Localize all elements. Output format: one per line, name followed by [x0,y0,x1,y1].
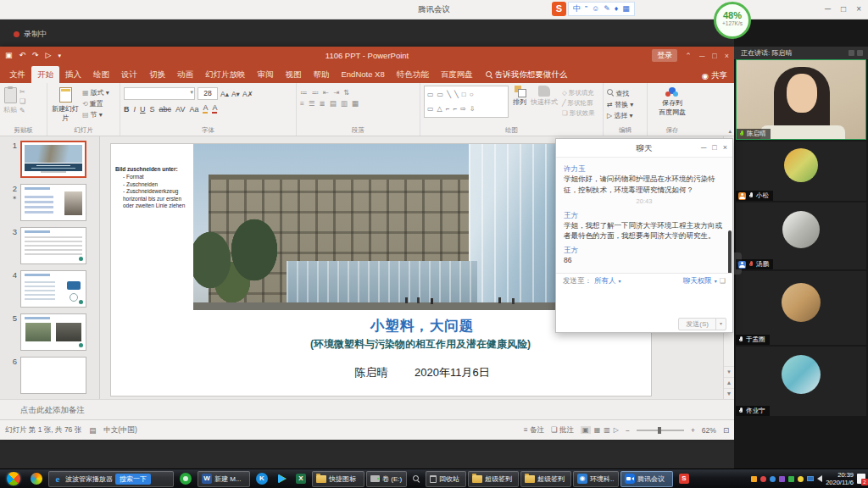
notes-toggle[interactable]: ≡ 备注 [524,425,544,435]
chat-titlebar[interactable]: 聊天 ─ □ × [556,139,732,158]
chinese-mode-icon[interactable]: 中 [573,3,581,15]
window-restore-icon[interactable]: □ [841,0,846,19]
voice-input-icon[interactable]: ♦ [615,3,619,15]
font-name-input[interactable] [124,87,195,100]
align-left-icon[interactable]: ≡ [300,99,304,108]
send-options-icon[interactable]: ▾ [715,319,726,330]
tab-insert[interactable]: 插入 [59,66,87,83]
system-tray[interactable]: 20:39 2020/11/6 2 [751,471,865,487]
chat-input[interactable] [556,288,732,315]
minimize-icon[interactable]: ─ [699,52,704,60]
handwriting-icon[interactable]: ✎ [604,3,610,15]
chat-minimize-icon[interactable]: ─ [701,139,706,157]
zoom-level[interactable]: 62% [702,426,716,435]
tab-review[interactable]: 审阅 [252,66,280,83]
taskbar-green-app[interactable] [175,471,196,487]
emoji-icon[interactable]: ☺ [592,3,599,15]
quick-styles-button[interactable]: 快速样式 [531,86,558,118]
align-center-icon[interactable]: ☰ [309,99,315,108]
tray-shield-icon[interactable] [788,476,794,482]
tray-volume-icon[interactable] [817,475,822,482]
toolbox-icon[interactable]: ▦ [622,3,630,15]
taskbar-tencent-meeting[interactable]: 腾讯会议 [620,471,673,487]
participant-tile-4[interactable]: 于孟圈 [736,271,866,345]
participant-tile-2[interactable]: 小松 [736,141,866,201]
sogou-logo-icon[interactable]: S [552,2,566,16]
zoom-slider[interactable] [637,430,684,431]
taskbar-sogou-browser[interactable] [26,471,47,487]
tray-app-icon[interactable] [751,476,757,482]
taskbar-player-window[interactable]: e 波波管家播放器 搜索一下 [48,471,174,487]
taskbar-magnifier[interactable] [409,471,424,487]
tab-special[interactable]: 特色功能 [391,66,435,83]
search-button[interactable]: 搜索一下 [115,474,151,485]
indent-increase-icon[interactable]: ⇥ [333,88,339,97]
shape-effects-button[interactable]: ❏ 形状效果 [562,109,595,118]
start-button[interactable] [3,471,25,487]
punctuation-icon[interactable]: ” [585,3,587,15]
normal-view-icon[interactable]: ▣ [581,426,591,434]
close-icon[interactable]: × [725,52,729,60]
slide-thumbnail-panel[interactable]: 1 2✶ [0,136,100,399]
notes-placeholder[interactable]: 点击此处添加备注 [0,399,734,419]
paste-button[interactable]: 粘贴 [3,86,17,127]
taskbar-kugou[interactable]: K [252,471,272,487]
taskbar-drive-e[interactable]: 卷 (E:) [366,471,407,487]
comments-toggle[interactable]: ❏ 批注 [551,425,574,435]
tab-endnote[interactable]: EndNote X8 [336,66,391,83]
tab-animations[interactable]: 动画 [171,66,199,83]
clear-format-icon[interactable]: A✗ [242,90,253,98]
tray-app-icon[interactable] [779,476,785,482]
thumbnail-slide-3[interactable] [20,227,86,264]
tab-draw[interactable]: 绘图 [87,66,115,83]
indent-decrease-icon[interactable]: ⇤ [323,88,329,97]
save-to-baidu-button[interactable]: 保存到 百度网盘 [651,87,693,117]
ribbon-options-icon[interactable]: ⌃ [685,52,692,60]
zoom-in-icon[interactable]: + [691,426,695,435]
new-slide-button[interactable]: 新建幻灯片 [51,86,80,127]
thumbnail-slide-1[interactable] [20,141,86,178]
proofing-icon[interactable]: ▤ [89,426,96,435]
taskbar-recycle-bin[interactable]: 回收站 [426,471,466,487]
send-to-select[interactable]: 所有人 [594,276,616,286]
layout-option-icon[interactable] [857,50,863,56]
reading-view-icon[interactable]: ▥ [604,426,610,434]
send-button[interactable]: 发送(S) ▾ [678,318,726,330]
share-button[interactable]: ◉ 共享 [702,70,727,81]
language-label[interactable]: 中文(中国) [103,425,137,435]
input-method-toolbar[interactable]: S 中 ” ☺ ✎ ♦ ▦ [552,2,635,16]
bold-button[interactable]: B [124,105,130,114]
find-button[interactable]: 查找 [607,89,643,98]
italic-button[interactable]: I [134,105,136,114]
thumbnail-slide-2[interactable] [20,184,86,221]
tell-me-box[interactable]: 告诉我你想要做什么 [486,66,568,83]
taskbar-folder-shortcuts[interactable]: 快捷图标 [312,471,364,487]
chat-maximize-icon[interactable]: □ [712,139,716,157]
popout-icon[interactable]: ❏ [720,277,726,285]
notification-icon[interactable]: 2 [857,474,865,484]
shadow-button[interactable]: S [150,105,155,114]
taskbar-clock[interactable]: 20:39 2020/11/6 [826,471,854,487]
format-painter-icon[interactable]: ✎ [19,107,25,114]
line-spacing-icon[interactable]: ⇅ [343,88,349,97]
numbering-icon[interactable]: ≕ [312,88,320,97]
shrink-font-icon[interactable]: A▾ [231,90,240,98]
shapes-gallery[interactable]: ▭▭╲╲□○ ▭△⌐⌐⇨⇩ [424,86,509,118]
fit-slide-icon[interactable]: ⊡ [723,426,729,435]
tab-design[interactable]: 设计 [115,66,143,83]
window-close-icon[interactable]: × [856,0,861,19]
shape-fill-button[interactable]: ◇ 形状填充 [562,89,595,97]
grow-font-icon[interactable]: A▴ [220,90,229,98]
replace-button[interactable]: ⇄ 替换 ▾ [607,100,643,109]
thumbnail-slide-5[interactable] [20,313,86,351]
taskbar-tencent-video[interactable] [274,471,290,487]
login-button[interactable]: 登录 [652,49,677,62]
chevron-down-icon[interactable]: ▾ [715,278,717,284]
taskbar-word-document[interactable]: W 新建 M... [198,471,250,487]
tray-network-icon[interactable] [807,476,814,481]
chat-message-list[interactable]: 许力玉 学姐你好，请问药物和护理品在水环境的污染特征，控制技术，环境毒理研究情况… [556,158,732,273]
tray-app-icon[interactable] [760,476,766,482]
participant-tile-5[interactable]: 佟业宁 [736,347,866,416]
participant-tile-3[interactable]: 汤鹏 [736,202,866,269]
taskbar-excel[interactable]: X [292,471,310,487]
